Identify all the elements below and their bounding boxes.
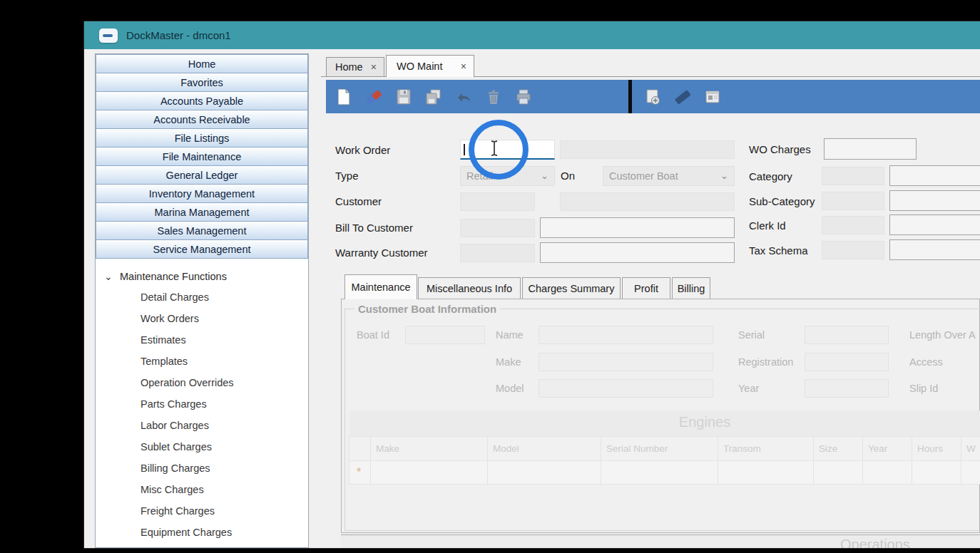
boat-model-field: [539, 379, 713, 398]
tab-profit[interactable]: Profit: [622, 277, 670, 299]
work-order-label: Work Order: [335, 141, 390, 160]
type-value: Retail: [466, 170, 493, 182]
tree-item-detail-charges[interactable]: Detail Charges: [96, 286, 308, 308]
engines-cell: [912, 460, 961, 485]
customer-label: Customer: [335, 192, 382, 211]
edit-record-button[interactable]: [670, 85, 695, 109]
boat-slip-id-label: Slip Id: [909, 379, 938, 398]
sub-category-name-field[interactable]: [889, 190, 980, 211]
erase-button[interactable]: [362, 85, 386, 109]
sub-category-label: Sub-Category: [749, 192, 815, 211]
tree-item-templates[interactable]: Templates: [96, 351, 308, 372]
text-caret: [464, 144, 465, 155]
close-icon[interactable]: ×: [371, 61, 377, 73]
add-record-button[interactable]: [640, 85, 665, 109]
sidebar-item-accounts-receivable[interactable]: Accounts Receivable: [96, 110, 308, 129]
printer-icon: [515, 88, 532, 105]
tree-item-misc-charges[interactable]: Misc Charges: [96, 479, 308, 500]
close-icon[interactable]: ×: [461, 61, 466, 72]
category-id-field[interactable]: [822, 167, 884, 185]
sidebar-item-marina-management[interactable]: Marina Management: [96, 202, 308, 222]
on-value: Customer Boat: [609, 170, 678, 182]
boat-year-label: Year: [738, 379, 759, 398]
wo-charges-label: WO Charges: [749, 140, 811, 159]
clerk-id-field[interactable]: [822, 216, 884, 234]
engines-col-year: Year: [862, 436, 912, 461]
tax-schema-label: Tax Schema: [749, 242, 808, 260]
delete-button[interactable]: [481, 85, 506, 109]
warranty-name-field[interactable]: [540, 242, 735, 263]
work-order-input[interactable]: [460, 140, 555, 160]
sidebar-item-service-management[interactable]: Service Management: [96, 239, 308, 259]
customer-boat-information-title: Customer Boat Information: [354, 303, 500, 315]
tab-home[interactable]: Home ×: [326, 57, 384, 77]
tab-billing[interactable]: Billing: [672, 277, 710, 299]
tree-item-freight-charges[interactable]: Freight Charges: [96, 500, 308, 522]
engines-col-transom: Transom: [718, 436, 814, 461]
tree-items: Detail Charges Work Orders Estimates Tem…: [96, 286, 308, 548]
tab-maintenance[interactable]: Maintenance: [344, 274, 417, 299]
warranty-customer-label: Warranty Customer: [335, 244, 427, 262]
sidebar-item-general-ledger[interactable]: General Ledger: [96, 165, 308, 185]
tree-item-mileage-charges[interactable]: Mileage Charges: [96, 543, 308, 548]
engines-empty-row: *: [349, 460, 980, 485]
warranty-id-field[interactable]: [460, 244, 535, 262]
chevron-down-icon[interactable]: ⌄: [104, 273, 116, 280]
tax-schema-id-field[interactable]: [822, 241, 884, 259]
bill-to-id-field[interactable]: [460, 219, 535, 237]
tree-item-parts-charges[interactable]: Parts Charges: [96, 393, 308, 415]
boat-name-field: [539, 326, 713, 344]
lookup-button[interactable]: [700, 85, 725, 109]
title-bar: DockMaster - dmcon1: [84, 21, 980, 49]
wo-charges-field[interactable]: [824, 138, 917, 160]
boat-registration-field: [805, 353, 889, 371]
chevron-down-icon: ⌄: [541, 173, 548, 179]
tree-item-equipment-charges[interactable]: Equipment Charges: [96, 522, 308, 543]
sidebar-item-favorites[interactable]: Favorites: [96, 73, 308, 92]
tree-item-estimates[interactable]: Estimates: [96, 329, 308, 351]
customer-id-field[interactable]: [460, 192, 535, 211]
sidebar-item-file-maintenance[interactable]: File Maintenance: [96, 147, 308, 166]
clerk-name-field[interactable]: [889, 215, 980, 235]
work-order-desc-field[interactable]: [560, 140, 735, 159]
window-title: DockMaster - dmcon1: [126, 29, 231, 41]
tree-item-labor-charges[interactable]: Labor Charges: [96, 415, 308, 436]
tab-charges-summary[interactable]: Charges Summary: [522, 277, 621, 299]
clerk-id-label: Clerk Id: [749, 217, 786, 235]
sidebar-item-sales-management[interactable]: Sales Management: [96, 221, 308, 240]
category-name-field[interactable]: [889, 165, 980, 186]
toolbar-divider: [628, 80, 632, 113]
boat-name-label: Name: [496, 326, 524, 344]
sidebar-item-inventory-management[interactable]: Inventory Management: [96, 184, 308, 203]
boat-make-field: [539, 353, 713, 371]
tree-node-label: Maintenance Functions: [120, 271, 227, 282]
boat-make-label: Make: [496, 353, 521, 371]
print-button[interactable]: [511, 85, 536, 109]
document-plus-icon: [644, 88, 661, 105]
tree-node-maintenance-functions[interactable]: ⌄ Maintenance Functions: [96, 267, 308, 286]
customer-name-field[interactable]: [560, 192, 735, 211]
engines-col-serial-number: Serial Number: [601, 436, 718, 461]
tree-item-billing-charges[interactable]: Billing Charges: [96, 458, 308, 479]
tree-item-operation-overrides[interactable]: Operation Overrides: [96, 372, 308, 393]
tree-item-sublet-charges[interactable]: Sublet Charges: [96, 436, 308, 458]
type-label: Type: [335, 167, 359, 185]
on-label: On: [561, 167, 575, 185]
save-all-button[interactable]: [422, 85, 446, 109]
tree-item-work-orders[interactable]: Work Orders: [96, 308, 308, 329]
tab-miscellaneous-info[interactable]: Miscellaneous Info: [418, 277, 521, 299]
sidebar-item-accounts-payable[interactable]: Accounts Payable: [96, 91, 308, 110]
chevron-down-icon: ⌄: [720, 173, 728, 179]
new-row-marker-icon: *: [354, 466, 361, 479]
type-dropdown[interactable]: Retail ⌄: [460, 166, 555, 186]
on-dropdown[interactable]: Customer Boat ⌄: [603, 166, 735, 186]
tax-schema-name-field[interactable]: [889, 239, 980, 260]
undo-button[interactable]: [451, 85, 476, 109]
save-button[interactable]: [392, 85, 416, 109]
sidebar-item-file-listings[interactable]: File Listings: [96, 128, 308, 148]
new-record-button[interactable]: [332, 85, 356, 109]
sidebar-item-home[interactable]: Home: [96, 54, 308, 73]
bill-to-name-field[interactable]: [540, 217, 735, 238]
tab-wo-maint[interactable]: WO Maint ×: [386, 55, 474, 77]
sub-category-id-field[interactable]: [822, 192, 884, 210]
